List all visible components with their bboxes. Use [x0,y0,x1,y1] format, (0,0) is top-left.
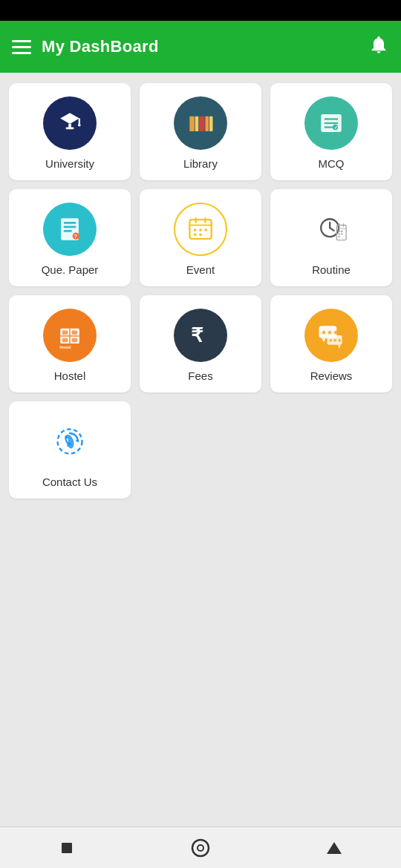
fees-icon: ₹ [174,309,227,362]
university-card[interactable]: University [9,83,131,180]
spacer [0,509,401,826]
quepaper-label: Que. Paper [42,263,99,276]
event-label: Event [186,263,215,276]
svg-text:?: ? [74,233,78,240]
svg-text:★★★: ★★★ [321,329,339,336]
routine-card[interactable]: Routine [270,189,392,286]
back-button[interactable] [48,833,85,863]
home-button[interactable] [182,833,219,863]
library-label: Library [183,157,218,170]
hostel-icon: Hostel [43,309,97,362]
svg-rect-40 [341,231,343,232]
contactus-card[interactable]: Contact Us [9,401,131,499]
svg-rect-18 [64,222,76,224]
svg-point-31 [199,234,202,237]
fees-card[interactable]: ₹ Fees [140,295,261,392]
svg-line-34 [330,228,334,231]
svg-rect-19 [64,226,76,228]
svg-rect-9 [205,116,209,131]
routine-label: Routine [312,263,351,276]
svg-marker-64 [327,842,342,854]
svg-rect-7 [195,116,199,131]
reviews-label: Reviews [310,369,353,382]
app-header: My DashBoard [0,21,401,73]
svg-point-29 [205,228,208,231]
svg-rect-48 [72,331,77,335]
svg-point-62 [192,840,209,856]
svg-text:₹: ₹ [191,325,203,346]
svg-rect-61 [62,843,72,853]
notification-bell-icon[interactable] [368,34,389,60]
library-card[interactable]: Library [140,83,261,180]
svg-marker-57 [338,345,341,349]
mcq-card[interactable]: ✓ MCQ [270,83,392,180]
status-bar [0,0,401,21]
svg-rect-42 [341,234,343,235]
svg-rect-50 [72,338,77,343]
svg-point-63 [198,845,203,851]
dashboard-grid: University Library ✓ [0,73,401,509]
svg-rect-8 [199,116,204,131]
reviews-card[interactable]: ★★★ ★★★ Reviews [270,295,392,392]
svg-rect-41 [338,234,340,235]
svg-rect-49 [62,338,68,343]
header-left: My DashBoard [12,37,159,56]
svg-marker-1 [60,113,79,124]
svg-rect-6 [189,116,194,131]
quepaper-icon: ? [43,203,97,256]
svg-point-27 [194,228,197,231]
bottom-navigation [0,826,401,868]
library-icon [174,96,227,150]
fees-label: Fees [188,369,212,382]
hamburger-menu-button[interactable] [12,40,31,54]
contactus-label: Contact Us [42,476,97,488]
recent-apps-button[interactable] [316,833,353,863]
reviews-icon: ★★★ ★★★ [304,309,358,362]
event-icon [174,203,227,256]
svg-marker-54 [322,338,326,343]
svg-point-30 [194,234,197,237]
quepaper-card[interactable]: ? Que. Paper [9,189,131,286]
hostel-card[interactable]: Hostel Hostel [9,295,131,392]
mcq-label: MCQ [319,157,345,170]
svg-point-28 [199,228,202,231]
page-title: My DashBoard [42,37,159,56]
svg-rect-20 [64,230,72,232]
svg-rect-47 [62,331,68,335]
svg-rect-43 [338,236,340,237]
svg-point-5 [78,124,81,127]
event-card[interactable]: Event [140,189,261,286]
contactus-icon [43,415,97,468]
svg-rect-3 [66,128,74,130]
svg-rect-39 [338,231,340,232]
university-icon [43,96,97,150]
svg-rect-10 [209,116,213,131]
mcq-icon: ✓ [304,96,358,150]
svg-text:Hostel: Hostel [59,345,71,349]
svg-text:★★★: ★★★ [328,337,342,343]
svg-text:✓: ✓ [334,125,338,130]
routine-icon [304,203,358,256]
university-label: University [45,157,94,170]
hostel-label: Hostel [54,369,86,382]
